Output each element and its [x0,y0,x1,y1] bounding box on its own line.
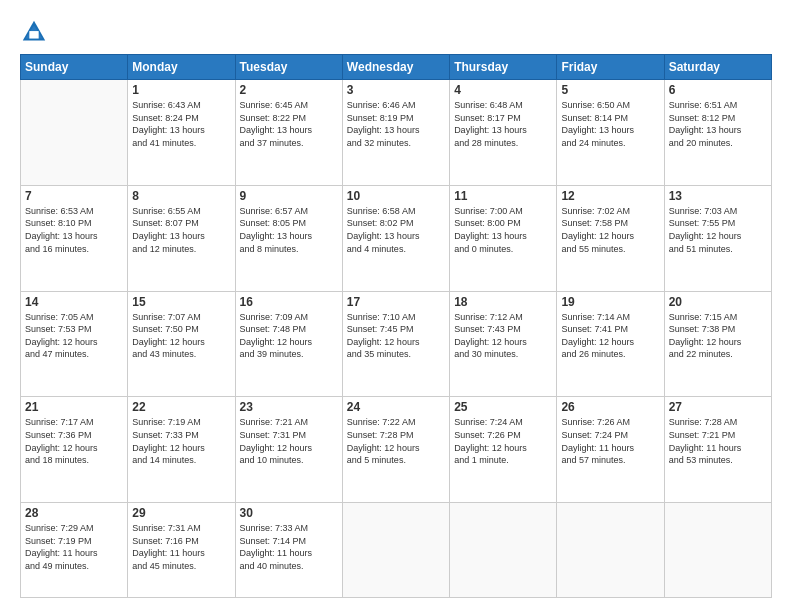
table-row: 13Sunrise: 7:03 AMSunset: 7:55 PMDayligh… [664,185,771,291]
day-number: 11 [454,189,552,203]
day-info: Sunrise: 7:24 AMSunset: 7:26 PMDaylight:… [454,416,552,466]
day-info: Sunrise: 7:09 AMSunset: 7:48 PMDaylight:… [240,311,338,361]
day-number: 3 [347,83,445,97]
page: Sunday Monday Tuesday Wednesday Thursday… [0,0,792,612]
table-row: 21Sunrise: 7:17 AMSunset: 7:36 PMDayligh… [21,397,128,503]
day-number: 23 [240,400,338,414]
table-row [342,503,449,598]
col-sunday: Sunday [21,55,128,80]
day-number: 13 [669,189,767,203]
day-number: 15 [132,295,230,309]
day-info: Sunrise: 7:12 AMSunset: 7:43 PMDaylight:… [454,311,552,361]
calendar-header-row: Sunday Monday Tuesday Wednesday Thursday… [21,55,772,80]
table-row: 4Sunrise: 6:48 AMSunset: 8:17 PMDaylight… [450,80,557,186]
day-number: 10 [347,189,445,203]
day-number: 2 [240,83,338,97]
table-row: 3Sunrise: 6:46 AMSunset: 8:19 PMDaylight… [342,80,449,186]
day-number: 24 [347,400,445,414]
table-row [450,503,557,598]
day-number: 27 [669,400,767,414]
table-row: 18Sunrise: 7:12 AMSunset: 7:43 PMDayligh… [450,291,557,397]
col-thursday: Thursday [450,55,557,80]
table-row: 15Sunrise: 7:07 AMSunset: 7:50 PMDayligh… [128,291,235,397]
day-info: Sunrise: 6:53 AMSunset: 8:10 PMDaylight:… [25,205,123,255]
table-row: 24Sunrise: 7:22 AMSunset: 7:28 PMDayligh… [342,397,449,503]
day-number: 22 [132,400,230,414]
header [20,18,772,46]
calendar-week-row: 28Sunrise: 7:29 AMSunset: 7:19 PMDayligh… [21,503,772,598]
day-info: Sunrise: 7:05 AMSunset: 7:53 PMDaylight:… [25,311,123,361]
day-number: 1 [132,83,230,97]
day-info: Sunrise: 7:03 AMSunset: 7:55 PMDaylight:… [669,205,767,255]
day-info: Sunrise: 7:21 AMSunset: 7:31 PMDaylight:… [240,416,338,466]
day-number: 6 [669,83,767,97]
table-row: 12Sunrise: 7:02 AMSunset: 7:58 PMDayligh… [557,185,664,291]
day-info: Sunrise: 7:00 AMSunset: 8:00 PMDaylight:… [454,205,552,255]
calendar-week-row: 1Sunrise: 6:43 AMSunset: 8:24 PMDaylight… [21,80,772,186]
table-row: 7Sunrise: 6:53 AMSunset: 8:10 PMDaylight… [21,185,128,291]
col-monday: Monday [128,55,235,80]
day-info: Sunrise: 7:28 AMSunset: 7:21 PMDaylight:… [669,416,767,466]
calendar-table: Sunday Monday Tuesday Wednesday Thursday… [20,54,772,598]
table-row: 5Sunrise: 6:50 AMSunset: 8:14 PMDaylight… [557,80,664,186]
day-number: 17 [347,295,445,309]
table-row: 2Sunrise: 6:45 AMSunset: 8:22 PMDaylight… [235,80,342,186]
day-number: 20 [669,295,767,309]
table-row: 23Sunrise: 7:21 AMSunset: 7:31 PMDayligh… [235,397,342,503]
table-row: 26Sunrise: 7:26 AMSunset: 7:24 PMDayligh… [557,397,664,503]
logo [20,18,52,46]
day-number: 28 [25,506,123,520]
day-number: 18 [454,295,552,309]
day-number: 4 [454,83,552,97]
day-number: 7 [25,189,123,203]
day-info: Sunrise: 7:22 AMSunset: 7:28 PMDaylight:… [347,416,445,466]
col-tuesday: Tuesday [235,55,342,80]
col-wednesday: Wednesday [342,55,449,80]
calendar-week-row: 7Sunrise: 6:53 AMSunset: 8:10 PMDaylight… [21,185,772,291]
table-row: 16Sunrise: 7:09 AMSunset: 7:48 PMDayligh… [235,291,342,397]
table-row: 17Sunrise: 7:10 AMSunset: 7:45 PMDayligh… [342,291,449,397]
day-info: Sunrise: 7:29 AMSunset: 7:19 PMDaylight:… [25,522,123,572]
day-info: Sunrise: 7:26 AMSunset: 7:24 PMDaylight:… [561,416,659,466]
table-row: 29Sunrise: 7:31 AMSunset: 7:16 PMDayligh… [128,503,235,598]
col-saturday: Saturday [664,55,771,80]
day-info: Sunrise: 7:07 AMSunset: 7:50 PMDaylight:… [132,311,230,361]
day-info: Sunrise: 7:02 AMSunset: 7:58 PMDaylight:… [561,205,659,255]
day-info: Sunrise: 7:15 AMSunset: 7:38 PMDaylight:… [669,311,767,361]
table-row: 22Sunrise: 7:19 AMSunset: 7:33 PMDayligh… [128,397,235,503]
day-number: 5 [561,83,659,97]
day-number: 30 [240,506,338,520]
day-info: Sunrise: 6:50 AMSunset: 8:14 PMDaylight:… [561,99,659,149]
calendar-week-row: 14Sunrise: 7:05 AMSunset: 7:53 PMDayligh… [21,291,772,397]
table-row: 19Sunrise: 7:14 AMSunset: 7:41 PMDayligh… [557,291,664,397]
day-number: 21 [25,400,123,414]
day-info: Sunrise: 7:31 AMSunset: 7:16 PMDaylight:… [132,522,230,572]
table-row [557,503,664,598]
table-row: 27Sunrise: 7:28 AMSunset: 7:21 PMDayligh… [664,397,771,503]
table-row [21,80,128,186]
day-number: 16 [240,295,338,309]
day-number: 29 [132,506,230,520]
day-info: Sunrise: 7:19 AMSunset: 7:33 PMDaylight:… [132,416,230,466]
table-row: 25Sunrise: 7:24 AMSunset: 7:26 PMDayligh… [450,397,557,503]
day-info: Sunrise: 6:51 AMSunset: 8:12 PMDaylight:… [669,99,767,149]
day-number: 9 [240,189,338,203]
day-number: 26 [561,400,659,414]
day-number: 12 [561,189,659,203]
day-info: Sunrise: 7:33 AMSunset: 7:14 PMDaylight:… [240,522,338,572]
table-row: 20Sunrise: 7:15 AMSunset: 7:38 PMDayligh… [664,291,771,397]
table-row: 6Sunrise: 6:51 AMSunset: 8:12 PMDaylight… [664,80,771,186]
day-info: Sunrise: 6:58 AMSunset: 8:02 PMDaylight:… [347,205,445,255]
day-number: 14 [25,295,123,309]
day-info: Sunrise: 6:57 AMSunset: 8:05 PMDaylight:… [240,205,338,255]
table-row: 11Sunrise: 7:00 AMSunset: 8:00 PMDayligh… [450,185,557,291]
day-info: Sunrise: 6:48 AMSunset: 8:17 PMDaylight:… [454,99,552,149]
table-row: 9Sunrise: 6:57 AMSunset: 8:05 PMDaylight… [235,185,342,291]
day-number: 19 [561,295,659,309]
day-info: Sunrise: 6:43 AMSunset: 8:24 PMDaylight:… [132,99,230,149]
table-row: 10Sunrise: 6:58 AMSunset: 8:02 PMDayligh… [342,185,449,291]
table-row: 28Sunrise: 7:29 AMSunset: 7:19 PMDayligh… [21,503,128,598]
svg-rect-2 [29,31,38,38]
day-info: Sunrise: 6:46 AMSunset: 8:19 PMDaylight:… [347,99,445,149]
day-info: Sunrise: 6:45 AMSunset: 8:22 PMDaylight:… [240,99,338,149]
